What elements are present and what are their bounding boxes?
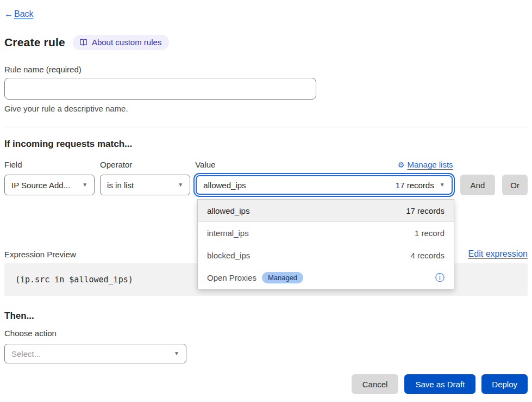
choose-action-label: Choose action: [4, 329, 528, 338]
back-link[interactable]: ←Back: [4, 9, 34, 18]
expression-code: (ip.src in $allowed_ips): [15, 275, 133, 285]
expression-preview-label: Expression Preview: [4, 250, 76, 259]
action-select[interactable]: Select... ▼: [4, 344, 186, 363]
about-custom-rules-link[interactable]: About custom rules: [73, 35, 169, 50]
chevron-down-icon: ▼: [178, 182, 183, 188]
value-select-record-count: 17 records: [396, 181, 434, 190]
operator-select-value: is in list: [107, 181, 172, 190]
title-row: Create rule About custom rules: [4, 35, 528, 50]
list-option-record-count: 4 records: [410, 251, 445, 260]
list-option-record-count: 17 records: [406, 206, 445, 215]
page-title: Create rule: [4, 36, 65, 49]
rule-name-helper-text: Give your rule a descriptive name.: [4, 104, 528, 113]
chevron-down-icon: ▼: [440, 182, 445, 188]
cancel-button[interactable]: Cancel: [352, 374, 399, 394]
value-label: Value: [195, 160, 215, 169]
deploy-button[interactable]: Deploy: [481, 374, 528, 394]
field-select[interactable]: IP Source Add... ▼: [4, 175, 95, 195]
value-dropdown-list: allowed_ips 17 records internal_ips 1 re…: [197, 199, 454, 289]
about-custom-rules-label: About custom rules: [92, 38, 161, 47]
manage-lists-link[interactable]: ⚙Manage lists: [398, 160, 453, 169]
chevron-down-icon: ▼: [82, 182, 87, 188]
manage-lists-label: Manage lists: [407, 160, 453, 169]
footer-actions: Cancel Save as Draft Deploy: [4, 374, 528, 394]
save-as-draft-button[interactable]: Save as Draft: [404, 374, 475, 394]
gear-icon: ⚙: [398, 160, 405, 169]
list-option-name: allowed_ips: [207, 206, 406, 215]
list-option-name: blocked_ips: [207, 251, 410, 260]
field-label: Field: [4, 160, 95, 169]
condition-builder-row: Field IP Source Add... ▼ Operator is in …: [4, 160, 528, 195]
value-select-name: allowed_ips: [203, 181, 396, 190]
rule-name-input[interactable]: [4, 78, 316, 100]
section-divider: [4, 127, 528, 127]
action-select-placeholder: Select...: [11, 349, 168, 358]
and-button[interactable]: And: [460, 175, 496, 195]
list-option-blocked-ips[interactable]: blocked_ips 4 records: [198, 244, 454, 267]
book-icon: [79, 39, 87, 46]
back-link-label: Back: [14, 9, 34, 18]
list-option-internal-ips[interactable]: internal_ips 1 record: [198, 222, 454, 244]
chevron-down-icon: ▼: [174, 351, 179, 356]
or-button[interactable]: Or: [502, 175, 528, 195]
operator-label: Operator: [100, 160, 190, 169]
info-icon[interactable]: ⓘ: [435, 273, 445, 282]
back-row: ←Back: [4, 0, 528, 19]
list-option-open-proxies[interactable]: Open Proxies Managed ⓘ: [198, 267, 454, 289]
back-arrow-icon: ←: [4, 9, 13, 18]
list-option-name: Open Proxies: [207, 273, 256, 282]
edit-expression-link[interactable]: Edit expression: [468, 249, 528, 259]
list-option-record-count: 1 record: [415, 228, 445, 238]
list-option-allowed-ips[interactable]: allowed_ips 17 records: [198, 200, 454, 222]
field-select-value: IP Source Add...: [11, 181, 77, 190]
rule-name-label: Rule name (required): [4, 65, 528, 74]
list-option-name: internal_ips: [207, 228, 415, 238]
managed-badge: Managed: [262, 272, 303, 283]
then-section-heading: Then...: [4, 311, 528, 321]
create-rule-page: ←Back Create rule About custom rules Rul…: [0, 0, 532, 402]
match-section-heading: If incoming requests match...: [4, 139, 528, 150]
operator-select[interactable]: is in list ▼: [100, 175, 190, 195]
value-select[interactable]: allowed_ips 17 records ▼: [196, 175, 452, 195]
